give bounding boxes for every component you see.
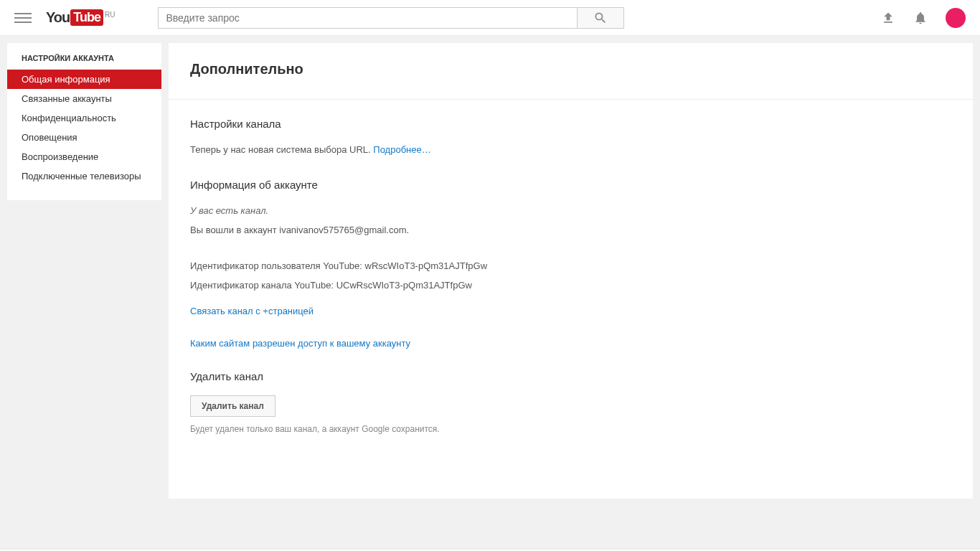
bell-icon[interactable] bbox=[913, 11, 928, 25]
search-icon bbox=[593, 11, 608, 25]
user-id: Идентификатор пользователя YouTube: wRsc… bbox=[190, 259, 951, 273]
logo-region: RU bbox=[105, 11, 115, 19]
main-panel: Дополнительно Настройки канала Теперь у … bbox=[169, 43, 973, 499]
channel-settings-section: Настройки канала Теперь у нас новая сист… bbox=[190, 118, 951, 157]
sidebar-item-playback[interactable]: Воспроизведение bbox=[7, 147, 161, 166]
content: НАСТРОЙКИ АККАУНТА Общая информация Связ… bbox=[0, 36, 980, 506]
delete-channel-section: Удалить канал Удалить канал Будет удален… bbox=[190, 370, 951, 434]
channel-settings-title: Настройки канала bbox=[190, 118, 951, 130]
upload-icon[interactable] bbox=[881, 11, 895, 25]
delete-channel-title: Удалить канал bbox=[190, 370, 951, 382]
page-title: Дополнительно bbox=[190, 61, 951, 77]
footer: YouTube Язык: Русский ▼ Страна: Россия ▼… bbox=[0, 549, 980, 552]
delete-channel-button[interactable]: Удалить канал bbox=[190, 395, 275, 417]
link-plus-page[interactable]: Связать канал с +страницей bbox=[190, 306, 314, 316]
search-button[interactable] bbox=[578, 7, 624, 29]
account-info-title: Информация об аккаунте bbox=[190, 179, 951, 191]
sidebar-item-tvs[interactable]: Подключенные телевизоры bbox=[7, 166, 161, 186]
header: YouTube RU bbox=[0, 0, 980, 36]
sidebar-item-notifications[interactable]: Оповещения bbox=[7, 128, 161, 147]
sidebar: НАСТРОЙКИ АККАУНТА Общая информация Связ… bbox=[7, 43, 161, 200]
channel-settings-text: Теперь у нас новая система выбора URL. П… bbox=[190, 143, 951, 157]
signed-in-as: Вы вошли в аккаунт ivanivanov575765@gmai… bbox=[190, 223, 951, 237]
sidebar-title: НАСТРОЙКИ АККАУНТА bbox=[7, 43, 161, 70]
search-input[interactable] bbox=[158, 7, 578, 29]
learn-more-link[interactable]: Подробнее… bbox=[373, 144, 430, 155]
avatar[interactable] bbox=[946, 8, 966, 28]
sidebar-item-connected[interactable]: Связанные аккаунты bbox=[7, 89, 161, 108]
sidebar-item-privacy[interactable]: Конфиденциальность bbox=[7, 108, 161, 128]
menu-icon[interactable] bbox=[14, 9, 32, 27]
channel-id: Идентификатор канала YouTube: UCwRscWIoT… bbox=[190, 278, 951, 293]
you-have-channel: У вас есть канал. bbox=[190, 204, 951, 218]
delete-channel-note: Будет удален только ваш канал, а аккаунт… bbox=[190, 424, 951, 434]
header-actions bbox=[881, 8, 966, 28]
sites-access-link[interactable]: Каким сайтам разрешен доступ к вашему ак… bbox=[190, 338, 410, 349]
account-info-section: Информация об аккаунте У вас есть канал.… bbox=[190, 179, 951, 349]
divider bbox=[169, 99, 973, 100]
search-bar bbox=[158, 7, 624, 29]
logo[interactable]: YouTube RU bbox=[46, 9, 115, 26]
sidebar-item-general[interactable]: Общая информация bbox=[7, 70, 161, 89]
